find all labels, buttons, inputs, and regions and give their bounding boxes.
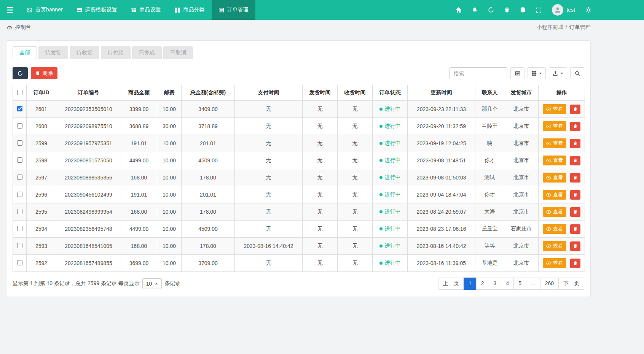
page-size-dropdown[interactable]: 10	[142, 278, 162, 289]
settings-button[interactable]	[585, 7, 591, 13]
header-actions: 操作	[539, 85, 585, 101]
search-button[interactable]	[570, 67, 584, 79]
cell-order-no: 2023092353505010	[56, 101, 121, 118]
refresh-button[interactable]	[488, 7, 494, 13]
view-button[interactable]: 查看	[543, 173, 566, 183]
view-button[interactable]: 查看	[543, 224, 566, 234]
console-link[interactable]: 控制台	[6, 24, 31, 31]
cell-city: 北京市	[504, 186, 539, 203]
fullscreen-button[interactable]	[536, 7, 542, 13]
cell-actions: 查看	[539, 135, 585, 152]
row-delete-button[interactable]	[570, 156, 580, 165]
trash-icon	[35, 71, 40, 76]
view-label: 查看	[553, 123, 563, 130]
row-delete-button[interactable]	[570, 224, 580, 234]
search-input[interactable]	[450, 67, 507, 79]
export-button[interactable]	[549, 67, 567, 79]
row-checkbox[interactable]	[17, 123, 22, 129]
view-button[interactable]: 查看	[543, 104, 566, 114]
nav-item-category[interactable]: 商品分类	[168, 0, 212, 20]
trash-icon	[573, 158, 577, 163]
cell-total: 3718.89	[182, 118, 235, 135]
view-button[interactable]: 查看	[543, 121, 566, 131]
trash-icon	[573, 175, 577, 180]
nav-item-shipping-template[interactable]: 运费模板设置	[70, 0, 124, 20]
refresh-table-button[interactable]	[13, 67, 28, 79]
row-checkbox[interactable]	[17, 226, 22, 231]
trash-button[interactable]	[504, 7, 510, 13]
view-button[interactable]: 查看	[543, 138, 566, 148]
row-checkbox[interactable]	[17, 243, 22, 248]
row-checkbox[interactable]	[17, 209, 22, 214]
view-button[interactable]: 查看	[543, 241, 566, 251]
status-dot-icon	[379, 193, 383, 196]
header-postage: 邮费	[157, 85, 182, 101]
tab-cancelled[interactable]: 已取消	[163, 46, 193, 59]
status-label: 进行中	[385, 243, 401, 249]
tab-to-receive[interactable]: 待收货	[70, 46, 99, 59]
row-checkbox[interactable]	[17, 140, 22, 146]
cell-city: 石家庄市	[504, 221, 539, 238]
page-next[interactable]: 下一页	[558, 278, 584, 290]
cell-order-no: 2023081657489855	[56, 255, 121, 272]
page-3[interactable]: 3	[489, 278, 502, 290]
tab-to-ship[interactable]: 待发货	[38, 46, 68, 59]
cell-status: 进行中	[373, 135, 408, 152]
cell-actions: 查看	[539, 221, 585, 238]
tab-all[interactable]: 全部	[13, 46, 37, 59]
cell-status: 进行中	[373, 221, 408, 238]
status-dot-icon	[379, 125, 383, 128]
nav-item-banner[interactable]: 首页banner	[20, 0, 70, 20]
view-button[interactable]: 查看	[543, 258, 566, 268]
cell-order-id: 2593	[27, 238, 56, 255]
delete-button[interactable]: 删除	[31, 67, 57, 79]
trash-icon	[573, 107, 577, 111]
nav-item-orders[interactable]: 订单管理	[212, 0, 255, 20]
row-delete-button[interactable]	[570, 259, 580, 268]
cell-postage: 30.00	[157, 118, 182, 135]
cache-button[interactable]	[520, 7, 526, 13]
row-delete-button[interactable]	[570, 173, 580, 183]
eye-icon	[546, 141, 551, 146]
cell-actions: 查看	[539, 101, 585, 118]
row-checkbox[interactable]	[17, 157, 22, 163]
row-checkbox[interactable]	[17, 260, 22, 265]
row-checkbox[interactable]	[17, 192, 22, 197]
cell-order-id: 2599	[27, 135, 56, 152]
select-all-checkbox[interactable]	[17, 90, 22, 95]
row-delete-button[interactable]	[570, 190, 580, 200]
page-5[interactable]: 5	[513, 278, 526, 290]
row-delete-button[interactable]	[570, 207, 580, 217]
menu-toggle-button[interactable]	[0, 0, 20, 20]
row-delete-button[interactable]	[570, 122, 580, 131]
home-button[interactable]	[456, 7, 462, 13]
page-1[interactable]: 1	[464, 278, 477, 290]
row-checkbox[interactable]	[17, 106, 22, 111]
cell-contact: 兰陵王	[475, 118, 504, 135]
page-prev[interactable]: 上一页	[438, 278, 464, 290]
page-2[interactable]: 2	[476, 278, 489, 290]
pagination: 上一页 1 2 3 4 5 ... 260 下一页	[438, 278, 584, 290]
notifications-button[interactable]	[472, 7, 478, 13]
page-260[interactable]: 260	[540, 278, 559, 290]
view-button[interactable]: 查看	[543, 190, 566, 200]
row-delete-button[interactable]	[570, 105, 580, 114]
toggle-view-button[interactable]	[510, 67, 524, 79]
row-checkbox[interactable]	[17, 175, 22, 180]
view-button[interactable]: 查看	[543, 156, 566, 165]
tab-to-pay[interactable]: 待付款	[101, 46, 131, 59]
page-4[interactable]: 4	[501, 278, 514, 290]
status-label: 进行中	[385, 260, 401, 267]
cell-select	[13, 255, 27, 272]
nav-item-goods-settings[interactable]: 商品设置	[124, 0, 168, 20]
user-menu[interactable]: test	[552, 4, 575, 16]
cell-receive-time: 无	[338, 221, 373, 238]
row-delete-button[interactable]	[570, 139, 580, 148]
tab-completed[interactable]: 已完成	[132, 46, 162, 59]
refresh-icon	[488, 7, 494, 13]
row-delete-button[interactable]	[570, 241, 580, 251]
breadcrumb-site[interactable]: 小程序商城	[537, 24, 563, 31]
columns-button[interactable]	[528, 67, 546, 79]
view-label: 查看	[553, 191, 563, 198]
view-button[interactable]: 查看	[543, 207, 566, 217]
